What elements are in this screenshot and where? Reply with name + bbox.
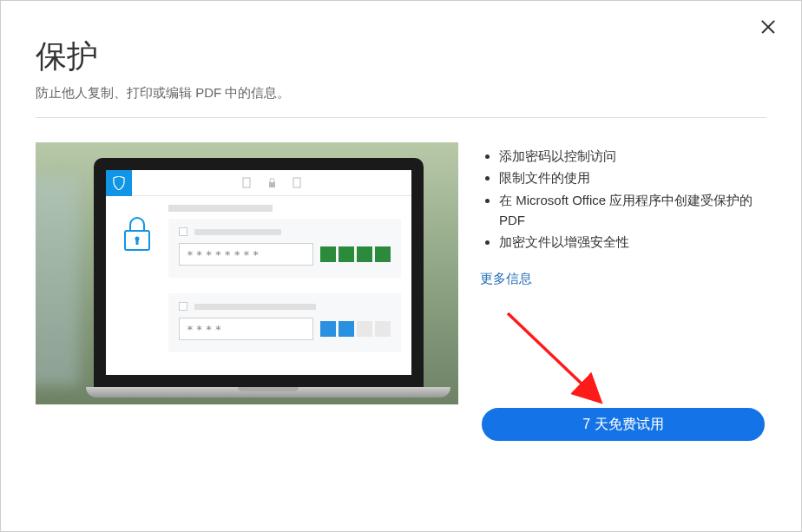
list-item: 限制文件的使用 <box>499 167 766 187</box>
close-icon[interactable] <box>759 18 777 36</box>
list-item: 添加密码以控制访问 <box>499 146 766 166</box>
page-title: 保护 <box>36 36 766 78</box>
password-input-2: **** <box>179 318 313 340</box>
svg-rect-0 <box>243 178 250 187</box>
svg-rect-2 <box>293 178 300 187</box>
lock-icon <box>116 205 158 368</box>
feature-list: 添加密码以控制访问 限制文件的使用 在 Microsoft Office 应用程… <box>480 146 766 252</box>
lock-small-icon <box>267 177 277 188</box>
laptop-graphic: ******** <box>86 158 431 404</box>
svg-rect-1 <box>269 182 275 187</box>
strength-meter-2 <box>320 321 391 337</box>
list-item: 加密文件以增强安全性 <box>499 232 766 252</box>
screen-toolbar <box>132 170 411 196</box>
document-lock-icon <box>293 177 302 188</box>
strength-meter-1 <box>320 246 391 262</box>
more-info-link[interactable]: 更多信息 <box>480 271 532 287</box>
free-trial-button[interactable]: 7 天免费试用 <box>482 408 765 441</box>
password-input-1: ******** <box>179 243 313 266</box>
password-field-1: ******** <box>168 219 401 278</box>
password-field-2: **** <box>168 293 401 352</box>
svg-rect-5 <box>136 240 139 245</box>
document-icon <box>242 177 252 188</box>
illustration: ******** <box>36 142 458 404</box>
list-item: 在 Microsoft Office 应用程序中创建受保护的 PDF <box>499 190 766 231</box>
dialog-content: 保护 防止他人复制、打印或编辑 PDF 中的信息。 <box>1 1 801 439</box>
divider <box>36 117 766 118</box>
page-subtitle: 防止他人复制、打印或编辑 PDF 中的信息。 <box>36 85 766 102</box>
shield-icon <box>106 170 132 196</box>
